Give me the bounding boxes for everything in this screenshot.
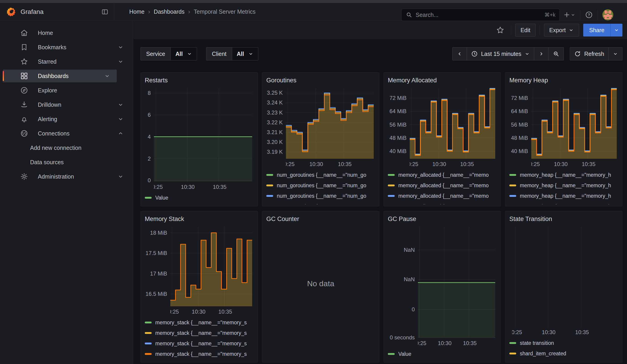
- sidebar-item-add-new-connection[interactable]: Add new connection: [3, 141, 130, 154]
- axis-y-tick-label: 3.21 K: [266, 129, 283, 135]
- legend-item[interactable]: memory_heap {__name__="memory_h: [509, 191, 618, 201]
- legend-item[interactable]: memory_stack {__name__="memory_s: [145, 349, 254, 359]
- axis-x-tick-label: 10:25: [410, 161, 418, 167]
- legend-item[interactable]: memory_stack {__name__="memory_s: [145, 317, 254, 328]
- legend: Value: [145, 193, 254, 204]
- chevron-down-icon[interactable]: [117, 173, 124, 180]
- sidebar-item-explore[interactable]: Explore: [3, 84, 130, 97]
- time-controls: Last 15 minutes Refresh: [452, 47, 623, 60]
- window-top-strip: [0, 0, 627, 3]
- panel-title[interactable]: Restarts: [145, 76, 254, 86]
- edit-button[interactable]: Edit: [515, 24, 536, 37]
- time-shift-forward-button[interactable]: [534, 47, 549, 60]
- plot-area[interactable]: [418, 227, 495, 338]
- axis-x-labels: 10:2510:3010:35: [170, 307, 254, 317]
- axis-x-tick-label: 10:30: [554, 161, 568, 167]
- chevron-down-icon: [613, 51, 618, 56]
- panel-goroutines: Goroutines3.25 K3.24 K3.23 K3.22 K3.21 K…: [262, 72, 379, 207]
- chevron-down-icon[interactable]: [117, 116, 124, 122]
- axis-y-tick-label: 16.5 MiB: [145, 291, 167, 297]
- sidebar-item-bookmarks[interactable]: Bookmarks: [3, 41, 130, 53]
- chevron-down-icon[interactable]: [104, 73, 110, 79]
- chevron-down-icon[interactable]: [117, 102, 124, 108]
- brand-name: Grafana: [20, 8, 44, 15]
- axis-y-tick-label: 40 MiB: [509, 148, 528, 155]
- legend-item[interactable]: memory_stack {__name__="memory_s: [145, 338, 254, 349]
- legend-label: memory_stack {__name__="memory_s: [155, 341, 247, 347]
- plot-area[interactable]: [286, 88, 374, 159]
- axis-y-tick-label: 0 seconds: [388, 334, 415, 341]
- refresh-interval-button[interactable]: [609, 47, 623, 60]
- sidebar-item-administration[interactable]: Administration: [3, 170, 130, 183]
- legend-item[interactable]: memory_heap {__name__="memory_h: [509, 170, 618, 180]
- share-button[interactable]: Share: [583, 24, 610, 37]
- time-shift-back-button[interactable]: [452, 47, 467, 60]
- time-range-picker[interactable]: Last 15 minutes: [467, 47, 534, 60]
- client-variable-value: All: [237, 51, 244, 57]
- search-input[interactable]: Search... ⌘+k: [401, 9, 560, 21]
- legend-item[interactable]: num_goroutines {__name__="num_go: [266, 170, 375, 180]
- add-new-button[interactable]: [563, 11, 575, 18]
- sidebar-item-starred[interactable]: Starred: [3, 55, 130, 68]
- legend-item[interactable]: num_goroutines {__name__="num_go: [266, 191, 375, 201]
- chevron-up-icon[interactable]: [117, 130, 124, 137]
- legend-item[interactable]: memory_heap {__name__="memory_h: [509, 180, 618, 191]
- client-variable-select[interactable]: All: [232, 48, 258, 60]
- chevron-down-icon[interactable]: [117, 44, 124, 51]
- help-button[interactable]: [585, 11, 593, 19]
- chevron-down-icon[interactable]: [117, 58, 124, 65]
- axis-x-labels: 10:2510:3010:35: [410, 160, 497, 170]
- panel-title[interactable]: GC Counter: [266, 214, 375, 225]
- sidebar-nav: HomeBookmarksStarredDashboardsExploreDri…: [0, 21, 133, 364]
- plot-area[interactable]: [512, 227, 617, 327]
- favorite-star-button[interactable]: [496, 26, 505, 34]
- legend-label: memory_heap {__name__="memory_h: [520, 193, 611, 199]
- panel-title[interactable]: Memory Allocated: [388, 76, 497, 86]
- panel-title[interactable]: Memory Stack: [145, 214, 254, 225]
- sidebar-item-drilldown[interactable]: Drilldown: [3, 98, 130, 111]
- panel-title[interactable]: GC Pause: [388, 214, 497, 225]
- legend-item[interactable]: shard_item_created: [509, 348, 618, 359]
- legend-item[interactable]: memory_allocated {__name__="memo: [388, 191, 497, 201]
- breadcrumb-home[interactable]: Home: [129, 8, 145, 15]
- plot-area[interactable]: [410, 88, 495, 159]
- legend-item[interactable]: num_goroutines {__name__="num_go: [266, 201, 375, 204]
- share-dropdown-button[interactable]: [610, 24, 623, 37]
- refresh-group: Refresh: [570, 47, 623, 60]
- sidebar-item-dashboards[interactable]: Dashboards: [3, 70, 117, 82]
- service-variable-select[interactable]: All: [171, 48, 197, 60]
- sidebar-item-data-sources[interactable]: Data sources: [3, 156, 130, 168]
- plot-area[interactable]: [531, 88, 617, 159]
- refresh-button[interactable]: Refresh: [570, 47, 609, 60]
- chart-memory-stack: 18 MiB17.5 MiB17 MiB16.5 MiB: [145, 227, 254, 306]
- breadcrumb-dashboards[interactable]: Dashboards: [154, 8, 184, 15]
- legend-label: memory_allocated {__name__="memo: [398, 182, 489, 189]
- legend-item[interactable]: memory_allocated {__name__="memo: [388, 170, 497, 180]
- legend-item[interactable]: Value: [145, 193, 254, 203]
- legend-marker: [145, 321, 152, 323]
- sidebar-item-connections[interactable]: Connections: [3, 127, 130, 140]
- sidebar-item-alerting[interactable]: Alerting: [3, 113, 130, 125]
- plot-area[interactable]: [154, 88, 252, 182]
- legend-item[interactable]: Value: [388, 349, 497, 359]
- axis-x-tick-label: 10:30: [438, 340, 451, 346]
- legend-item[interactable]: num_goroutines {__name__="num_go: [266, 180, 375, 191]
- legend-item[interactable]: memory_allocated {__name__="memo: [388, 201, 497, 204]
- legend-item[interactable]: state transition: [509, 338, 618, 348]
- panel-title[interactable]: Memory Heap: [509, 76, 618, 86]
- grafana-logo-icon: [7, 7, 16, 16]
- plot-area[interactable]: [170, 227, 252, 306]
- refresh-icon: [574, 51, 581, 57]
- zoom-out-button[interactable]: [549, 47, 564, 60]
- legend-item[interactable]: memory_allocated {__name__="memo: [388, 180, 497, 191]
- legend-item[interactable]: memory_heap {__name__="memory_h: [509, 201, 618, 204]
- breadcrumb-separator-icon: ›: [188, 8, 190, 15]
- panel-title[interactable]: Goroutines: [266, 76, 375, 86]
- dock-menu-icon[interactable]: [101, 8, 108, 15]
- axis-y-tick-label: 72 MiB: [509, 95, 528, 101]
- export-button[interactable]: Export: [544, 24, 579, 37]
- avatar[interactable]: [602, 9, 613, 20]
- legend-item[interactable]: memory_stack {__name__="memory_s: [145, 328, 254, 338]
- sidebar-item-home[interactable]: Home: [3, 26, 130, 39]
- panel-title[interactable]: State Transition: [509, 214, 618, 225]
